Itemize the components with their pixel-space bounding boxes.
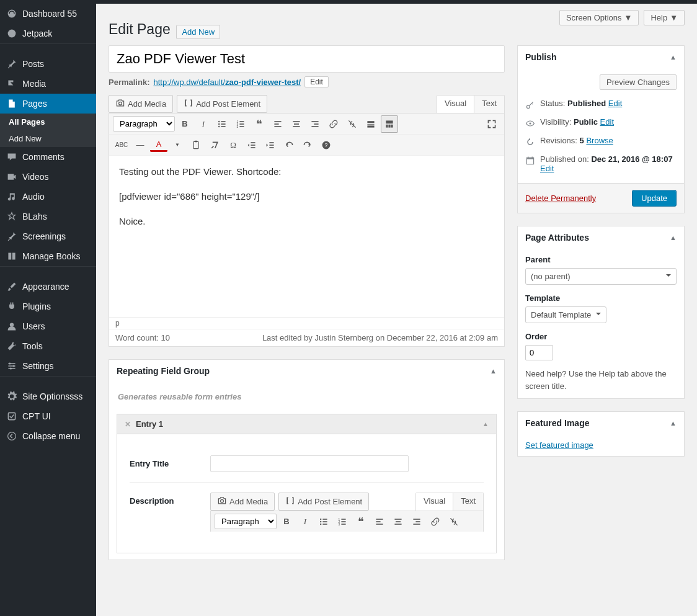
parent-select[interactable]: (no parent): [525, 268, 677, 285]
text-color-button[interactable]: A: [150, 138, 167, 152]
bullet-list-button[interactable]: [315, 513, 332, 530]
set-featured-image-link[interactable]: Set featured image: [525, 440, 593, 450]
sidebar-item-appearance[interactable]: Appearance: [0, 277, 96, 297]
italic-button[interactable]: I: [195, 115, 212, 133]
align-right-button[interactable]: [408, 513, 425, 530]
sidebar-item-dashboard[interactable]: Dashboard 55: [0, 4, 96, 24]
italic-button[interactable]: I: [296, 513, 314, 530]
sidebar-submenu: All Pages Add New: [0, 114, 96, 147]
svg-rect-17: [239, 123, 244, 125]
sidebar-item-manage-books[interactable]: Manage Books: [0, 246, 96, 266]
sidebar-item-settings[interactable]: Settings: [0, 356, 96, 376]
chevron-up-icon[interactable]: ▲: [670, 419, 677, 427]
sidebar-item-posts[interactable]: Posts: [0, 54, 96, 74]
blockquote-button[interactable]: ❝: [352, 513, 370, 530]
template-select[interactable]: Default Template: [525, 306, 606, 323]
sidebar-item-cpt-ui[interactable]: CPT UI: [0, 406, 96, 426]
sidebar-item-videos[interactable]: Videos: [0, 167, 96, 187]
add-new-button[interactable]: Add New: [176, 25, 220, 39]
edit-status-link[interactable]: Edit: [608, 99, 622, 108]
sidebar-item-comments[interactable]: Comments: [0, 147, 96, 167]
edit-visibility-link[interactable]: Edit: [600, 117, 614, 127]
blockquote-button[interactable]: ❝: [251, 115, 268, 133]
postbox-header[interactable]: Publish ▲: [518, 46, 684, 68]
tab-visual[interactable]: Visual: [416, 493, 453, 511]
sidebar-item-audio[interactable]: Audio: [0, 187, 96, 207]
edit-date-link[interactable]: Edit: [540, 164, 554, 173]
clear-format-button[interactable]: [206, 136, 223, 154]
special-char-button[interactable]: Ω: [224, 136, 242, 154]
fullscreen-button[interactable]: [483, 115, 500, 133]
bold-button[interactable]: B: [278, 513, 295, 530]
postbox-header[interactable]: Page Attributes ▲: [518, 226, 684, 249]
update-button[interactable]: Update: [632, 190, 677, 207]
tab-visual[interactable]: Visual: [437, 96, 474, 113]
sidebar-item-site-options[interactable]: Site Optionssss: [0, 386, 96, 406]
sidebar-sub-all-pages[interactable]: All Pages: [0, 114, 96, 130]
sidebar-item-plugins[interactable]: Plugins: [0, 297, 96, 316]
remove-entry-button[interactable]: ✕: [125, 420, 131, 429]
preview-changes-button[interactable]: Preview Changes: [600, 74, 677, 90]
redo-button[interactable]: [299, 136, 316, 154]
browse-revisions-link[interactable]: Browse: [586, 136, 613, 145]
unlink-button[interactable]: [344, 115, 361, 133]
bold-button[interactable]: B: [176, 115, 193, 133]
add-post-element-button[interactable]: Add Post Element: [177, 95, 267, 113]
postbox-header[interactable]: Repeating Field Group ▲: [109, 360, 504, 382]
screen-options-button[interactable]: Screen Options ▼: [559, 10, 639, 25]
order-input[interactable]: [525, 345, 553, 360]
read-more-button[interactable]: [362, 115, 380, 133]
format-select[interactable]: Paragraph: [215, 514, 277, 529]
align-center-button[interactable]: [389, 513, 407, 530]
add-media-button[interactable]: Add Media: [210, 493, 275, 511]
sidebar-item-screenings[interactable]: Screenings: [0, 226, 96, 246]
sidebar-item-pages[interactable]: Pages: [0, 94, 96, 114]
strikethrough-button[interactable]: ABC: [113, 136, 130, 154]
toolbar-toggle-button[interactable]: [381, 115, 398, 133]
format-select[interactable]: Paragraph: [113, 116, 175, 132]
delete-permanently-link[interactable]: Delete Permanently: [525, 194, 596, 203]
chevron-up-icon[interactable]: ▲: [670, 53, 677, 61]
entry-title-input[interactable]: [210, 455, 409, 472]
tab-text[interactable]: Text: [474, 96, 504, 113]
add-post-element-button[interactable]: Add Post Element: [278, 493, 369, 511]
undo-button[interactable]: [280, 136, 298, 154]
svg-point-7: [119, 102, 122, 105]
sidebar-item-collapse[interactable]: Collapse menu: [0, 426, 96, 446]
sidebar-item-users[interactable]: Users: [0, 316, 96, 336]
sidebar-sub-add-new[interactable]: Add New: [0, 130, 96, 147]
numbered-list-button[interactable]: 123: [232, 115, 249, 133]
sidebar-item-tools[interactable]: Tools: [0, 336, 96, 356]
post-title-input[interactable]: [109, 45, 505, 73]
chevron-up-icon[interactable]: ▲: [670, 234, 677, 241]
sidebar-item-blahs[interactable]: BLahs: [0, 207, 96, 226]
help-icon-button[interactable]: ?: [317, 136, 335, 154]
sidebar-item-media[interactable]: Media: [0, 74, 96, 94]
align-right-button[interactable]: [306, 115, 324, 133]
add-media-button[interactable]: Add Media: [109, 95, 173, 113]
bullet-list-button[interactable]: [213, 115, 231, 133]
unlink-button[interactable]: [445, 513, 463, 530]
align-left-button[interactable]: [269, 115, 286, 133]
numbered-list-button[interactable]: 123: [334, 513, 351, 530]
sidebar-separator: [0, 43, 96, 54]
align-center-button[interactable]: [288, 115, 305, 133]
chevron-up-icon[interactable]: ▲: [490, 367, 497, 375]
permalink-link[interactable]: http://wp.dw/default/zao-pdf-viewer-test…: [153, 78, 301, 87]
paste-text-button[interactable]: [187, 136, 205, 154]
editor-content[interactable]: Testing out the PDF Viewer. Shortcode: […: [109, 156, 504, 317]
link-button[interactable]: [427, 513, 444, 530]
sidebar-item-jetpack[interactable]: Jetpack: [0, 24, 96, 43]
edit-permalink-button[interactable]: Edit: [304, 76, 329, 87]
postbox-header[interactable]: Featured Image ▲: [518, 412, 684, 434]
align-left-button[interactable]: [371, 513, 388, 530]
help-button[interactable]: Help ▼: [644, 10, 685, 25]
indent-button[interactable]: [262, 136, 279, 154]
chevron-up-icon[interactable]: ▲: [482, 421, 489, 427]
entry-header[interactable]: ✕ Entry 1 ▲: [117, 414, 497, 434]
outdent-button[interactable]: [243, 136, 260, 154]
link-button[interactable]: [325, 115, 342, 133]
hr-button[interactable]: —: [131, 136, 149, 154]
tab-text[interactable]: Text: [453, 493, 483, 511]
color-dropdown-button[interactable]: ▼: [169, 136, 186, 154]
